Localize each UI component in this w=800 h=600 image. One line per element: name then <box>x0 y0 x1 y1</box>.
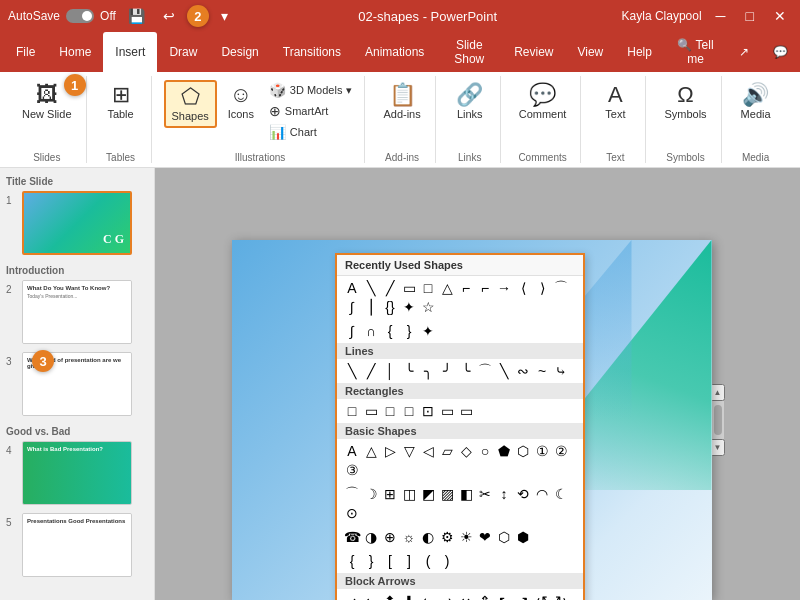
shape-item[interactable]: ⌒ <box>552 279 570 297</box>
shape-item[interactable]: ⬅ <box>419 592 437 600</box>
shape-item[interactable]: ⟲ <box>514 485 532 503</box>
shape-item[interactable]: ◑ <box>362 528 380 546</box>
slide-thumb-4[interactable]: 4 What is Bad Presentation? <box>4 439 150 507</box>
shape-item[interactable]: ▭ <box>362 402 380 420</box>
shape-item[interactable]: ◫ <box>400 485 418 503</box>
shape-item[interactable]: → <box>495 279 513 297</box>
shape-item[interactable]: ╲ <box>343 362 361 380</box>
slide-thumb-5[interactable]: 5 Presentations Good Presentations <box>4 511 150 579</box>
scroll-thumb[interactable] <box>714 405 722 435</box>
icons-button[interactable]: ☺ Icons <box>219 80 263 124</box>
shape-item[interactable]: ❤ <box>476 528 494 546</box>
shape-item[interactable]: } <box>400 322 418 340</box>
shapes-button[interactable]: ⬠ Shapes <box>164 80 217 128</box>
shape-item[interactable]: ⇔ <box>457 592 475 600</box>
more-button[interactable]: ▾ <box>215 6 234 26</box>
shape-item[interactable]: ] <box>400 552 418 570</box>
shape-item[interactable]: ▭ <box>438 402 456 420</box>
shape-item[interactable]: ◠ <box>533 485 551 503</box>
minimize-button[interactable]: ─ <box>710 6 732 26</box>
shape-item[interactable]: │ <box>381 362 399 380</box>
slide-thumb-2[interactable]: 2 What Do You Want To Know? Today's Pres… <box>4 278 150 346</box>
tab-review[interactable]: Review <box>502 32 565 72</box>
tab-transitions[interactable]: Transitions <box>271 32 353 72</box>
shape-item[interactable]: ⊕ <box>381 528 399 546</box>
shape-item[interactable]: □ <box>381 402 399 420</box>
shape-item[interactable]: ◩ <box>419 485 437 503</box>
slide-preview-4[interactable]: What is Bad Presentation? <box>22 441 132 505</box>
shape-item[interactable]: ∫ <box>343 322 361 340</box>
addins-button[interactable]: 📋 Add-ins <box>377 80 426 124</box>
shape-item[interactable]: ⌐ <box>476 279 494 297</box>
shape-item[interactable]: ② <box>552 442 570 460</box>
shapes-dropdown[interactable]: Recently Used Shapes A ╲ ╱ ▭ □ △ ⌐ ⌐ → ⟨… <box>335 253 585 600</box>
shape-item[interactable]: ⟩ <box>533 279 551 297</box>
shape-item[interactable]: ▷ <box>381 442 399 460</box>
shape-item[interactable]: ◇ <box>457 442 475 460</box>
shape-item[interactable]: {} <box>381 298 399 316</box>
shape-item[interactable]: ⇐ <box>362 592 380 600</box>
shape-item[interactable]: A <box>343 442 361 460</box>
shape-item[interactable]: □ <box>343 402 361 420</box>
shape-item[interactable]: ☽ <box>362 485 380 503</box>
shape-item[interactable]: ✦ <box>419 322 437 340</box>
shape-item[interactable]: ↕ <box>495 485 513 503</box>
shape-item[interactable]: ⬢ <box>514 528 532 546</box>
shape-item[interactable]: ∾ <box>514 362 532 380</box>
shape-item[interactable]: ○ <box>476 442 494 460</box>
tab-animations[interactable]: Animations <box>353 32 436 72</box>
shape-item[interactable]: □ <box>419 279 437 297</box>
shape-item[interactable]: [ <box>381 552 399 570</box>
shape-item[interactable]: ∫ <box>343 298 361 316</box>
links-button[interactable]: 🔗 Links <box>448 80 492 124</box>
slide-preview-5[interactable]: Presentations Good Presentations <box>22 513 132 577</box>
shape-item[interactable]: ~ <box>533 362 551 380</box>
shape-item[interactable]: ◐ <box>419 528 437 546</box>
shape-item[interactable]: { <box>343 552 361 570</box>
scroll-down-button[interactable]: ▼ <box>710 439 726 456</box>
shape-item[interactable]: ⚙ <box>438 528 456 546</box>
shape-item[interactable]: A <box>343 279 361 297</box>
shape-item[interactable]: ╯ <box>438 362 456 380</box>
slide-thumb-1[interactable]: 1 C G <box>4 189 150 257</box>
shape-item[interactable]: ▱ <box>438 442 456 460</box>
shape-item[interactable]: ✦ <box>400 298 418 316</box>
shape-item[interactable]: ☼ <box>400 528 418 546</box>
tab-home[interactable]: Home <box>47 32 103 72</box>
shape-item[interactable]: ⤷ <box>552 362 570 380</box>
save-button[interactable]: 💾 <box>122 6 151 26</box>
shape-item[interactable]: ③ <box>343 461 361 479</box>
shape-item[interactable]: ⊙ <box>343 504 361 522</box>
text-button[interactable]: A Text <box>593 80 637 124</box>
3dmodels-button[interactable]: 🎲 3D Models ▾ <box>265 80 357 100</box>
shape-item[interactable]: ⇕ <box>476 592 494 600</box>
shape-item[interactable]: ▭ <box>400 279 418 297</box>
shape-item[interactable]: ⬇ <box>400 592 418 600</box>
shape-item[interactable]: ⟨ <box>514 279 532 297</box>
shape-item[interactable]: ╱ <box>381 279 399 297</box>
shape-item[interactable]: ↖ <box>495 592 513 600</box>
shape-item[interactable]: ╰ <box>457 362 475 380</box>
shape-item[interactable]: ) <box>438 552 456 570</box>
slide-preview-1[interactable]: C G <box>22 191 132 255</box>
tab-view[interactable]: View <box>565 32 615 72</box>
close-button[interactable]: ✕ <box>768 6 792 26</box>
smartart-button[interactable]: ⊕ SmartArt <box>265 101 357 121</box>
shape-item[interactable]: ⬟ <box>495 442 513 460</box>
shape-item[interactable]: ▽ <box>400 442 418 460</box>
shape-item[interactable]: △ <box>362 442 380 460</box>
tab-help[interactable]: Help <box>615 32 664 72</box>
shape-item[interactable]: ⊞ <box>381 485 399 503</box>
shape-item[interactable]: ╲ <box>362 279 380 297</box>
shape-item[interactable]: } <box>362 552 380 570</box>
shape-item[interactable]: □ <box>400 402 418 420</box>
shape-item[interactable]: ↗ <box>514 592 532 600</box>
comment-button[interactable]: 💬 Comment <box>513 80 573 124</box>
tab-slideshow[interactable]: Slide Show <box>436 32 502 72</box>
shape-item[interactable]: ⬡ <box>514 442 532 460</box>
shape-item[interactable]: ☀ <box>457 528 475 546</box>
shape-item[interactable]: ⌐ <box>457 279 475 297</box>
symbols-button[interactable]: Ω Symbols <box>658 80 712 124</box>
scroll-up-button[interactable]: ▲ <box>710 384 726 401</box>
shape-item[interactable]: ↺ <box>533 592 551 600</box>
